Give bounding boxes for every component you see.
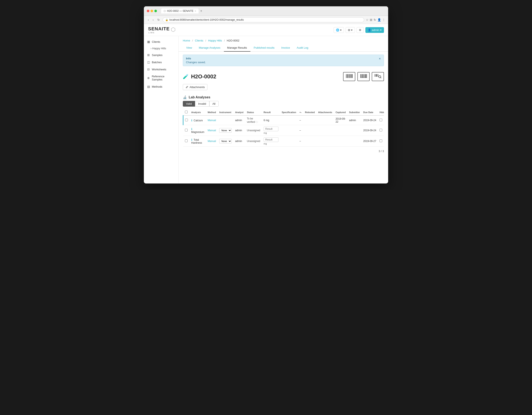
tab-view[interactable]: View	[183, 44, 195, 52]
col-result: Result	[262, 109, 280, 116]
row-calcium-submitter: admin	[347, 116, 361, 125]
svg-rect-0	[346, 74, 346, 78]
profile-icon[interactable]: 👤	[377, 18, 381, 21]
col-due-date: Due Date	[362, 109, 378, 116]
settings-btn[interactable]: ⚙	[357, 27, 364, 33]
maximize-traffic-light[interactable]	[154, 10, 157, 12]
row-magnesium-captured	[334, 125, 347, 136]
reload-btn[interactable]: ↻	[156, 18, 161, 22]
magnesium-result-input[interactable]	[264, 127, 278, 131]
hardness-unit: mg	[264, 142, 278, 145]
filter-valid-btn[interactable]: Valid	[183, 101, 195, 106]
svg-rect-4	[349, 74, 350, 78]
barcode-icon-1	[346, 74, 353, 78]
globe-btn[interactable]: 🌐 ▾	[334, 27, 344, 33]
forward-btn[interactable]: ›	[152, 18, 155, 22]
sidebar-item-batches[interactable]: ◫ Batches	[144, 58, 178, 66]
admin-btn[interactable]: 👤 admin ▾	[365, 27, 384, 33]
back-btn[interactable]: ‹	[147, 18, 150, 22]
hardness-method-link[interactable]: Manual	[208, 140, 216, 143]
hardness-checkbox[interactable]	[185, 139, 188, 142]
svg-rect-19	[375, 74, 375, 77]
row-magnesium-analysis: ℹ Magnesium	[190, 125, 206, 136]
tab-manage-analyses[interactable]: Manage Analyses	[195, 44, 224, 52]
row-hardness-attachments	[317, 136, 334, 147]
menu-icon[interactable]: ⋮	[382, 18, 385, 21]
breadcrumb-home[interactable]: Home	[183, 39, 190, 42]
row-magnesium-check[interactable]	[183, 125, 190, 136]
magnesium-instrument-select[interactable]: None	[219, 128, 232, 133]
row-hardness-instrument[interactable]: None	[218, 136, 233, 147]
row-hardness-result[interactable]: mg	[262, 136, 280, 147]
col-hidden: Hidden	[378, 109, 384, 116]
hardness-hidden-checkbox[interactable]	[380, 139, 382, 142]
row-hardness-hidden[interactable]	[378, 136, 384, 147]
tab-audit-log[interactable]: Audit Log	[293, 44, 312, 52]
barcode-btn-2[interactable]	[357, 72, 370, 81]
url-bar[interactable]: 🔒 localhost:8080/senaite/clients/client-…	[162, 17, 364, 22]
col-status: Status	[245, 109, 262, 116]
row-hardness-check[interactable]	[183, 136, 190, 147]
barcode-area	[343, 72, 384, 81]
sidebar-reference-samples-label: Reference Samples	[152, 75, 175, 81]
magnesium-checkbox[interactable]	[185, 129, 188, 131]
hardness-info-icon[interactable]: ℹ	[191, 138, 192, 141]
tab-close-btn[interactable]: ×	[195, 10, 196, 12]
breadcrumb-clients[interactable]: Clients	[195, 39, 203, 42]
methods-icon: ▤	[147, 85, 150, 88]
col-select-all[interactable]	[183, 109, 190, 116]
calcium-checkbox[interactable]	[185, 119, 188, 121]
breadcrumb-happy-hills[interactable]: Happy Hills	[208, 39, 222, 42]
tab-invoice[interactable]: Invoice	[278, 44, 293, 52]
sidebar-item-samples[interactable]: ⊞ Samples	[144, 51, 178, 58]
col-attachments: Attachments	[317, 109, 334, 116]
row-calcium-check[interactable]	[183, 116, 190, 125]
sidebar-item-happy-hills[interactable]: › Happy Hills	[144, 45, 178, 51]
table-row: ℹ Calcium Manual admin To be verified ◇	[183, 116, 384, 125]
col-analyst: Analyst	[233, 109, 245, 116]
hardness-result-input[interactable]	[264, 137, 278, 142]
magnesium-status-badge: Unassigned	[247, 129, 260, 132]
hardness-instrument-select[interactable]: None	[219, 139, 232, 144]
analysis-table: Analysis Method Instrument Analyst Statu…	[183, 109, 384, 147]
sidebar-item-worksheets[interactable]: ⊟ Worksheets	[144, 66, 178, 73]
browser-tab[interactable]: ⬡ H2O-0002 — SENAITE ×	[161, 9, 199, 13]
sidebar-item-clients[interactable]: ▦ Clients	[144, 38, 178, 45]
logo-sub: LIMS	[149, 32, 155, 34]
sidebar-item-methods[interactable]: ▤ Methods	[144, 83, 178, 90]
tab-published-results[interactable]: Published results	[250, 44, 278, 52]
alert-close-btn[interactable]: ×	[379, 57, 381, 61]
calcium-hidden-checkbox[interactable]	[380, 119, 382, 121]
worksheets-icon: ⊟	[147, 68, 150, 71]
row-magnesium-hidden[interactable]	[378, 125, 384, 136]
barcode-search-btn[interactable]	[372, 72, 384, 81]
row-calcium-pm: –	[298, 116, 303, 125]
sample-icon: 🧪	[183, 74, 189, 79]
bookmark-icon[interactable]: ☆	[366, 18, 369, 21]
sidebar-item-reference-samples[interactable]: ⊕ Reference Samples	[144, 73, 178, 83]
grid-btn[interactable]: ⊞ ▾	[346, 27, 355, 33]
extension-icon-1[interactable]: ⊞	[370, 18, 372, 21]
close-traffic-light[interactable]	[147, 10, 149, 12]
magnesium-method-link[interactable]: Manual	[208, 129, 216, 132]
attachments-btn[interactable]: 🖇 Attachments	[183, 84, 208, 90]
row-magnesium-result[interactable]: mg	[262, 125, 280, 136]
filter-all-btn[interactable]: All	[209, 101, 218, 106]
extension-icon-2[interactable]: ↻	[374, 18, 376, 21]
alert-info: Info Changes saved. ×	[183, 55, 384, 66]
row-calcium-hidden[interactable]	[378, 116, 384, 125]
row-magnesium-instrument[interactable]: None	[218, 125, 233, 136]
calcium-method-link[interactable]: Manual	[208, 119, 216, 122]
select-all-checkbox[interactable]	[185, 111, 188, 113]
magnesium-info-icon[interactable]: ℹ	[191, 127, 192, 131]
new-tab-btn[interactable]: +	[200, 9, 202, 13]
tab-manage-results[interactable]: Manage Results	[224, 44, 250, 52]
magnesium-hidden-checkbox[interactable]	[380, 129, 382, 131]
row-hardness-analysis: ℹ Total Hardness	[190, 136, 206, 147]
barcode-btn-1[interactable]	[343, 72, 355, 81]
col-submitter: Submitter	[347, 109, 361, 116]
minimize-traffic-light[interactable]	[151, 10, 153, 12]
calcium-info-icon[interactable]: ℹ	[191, 119, 192, 122]
filter-invalid-btn[interactable]: Invalid	[195, 101, 209, 106]
row-magnesium-attachments	[317, 125, 334, 136]
